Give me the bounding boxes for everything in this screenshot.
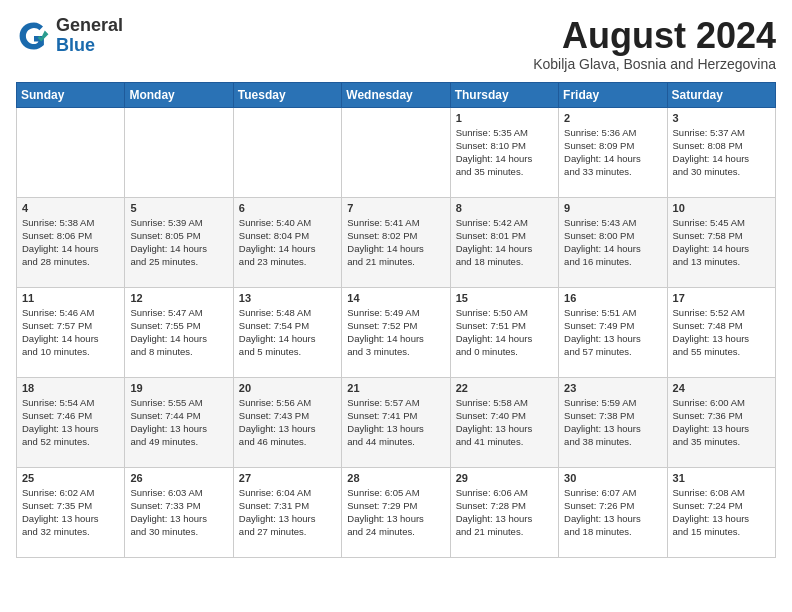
- day-info: Sunrise: 5:46 AM Sunset: 7:57 PM Dayligh…: [22, 306, 119, 359]
- day-info: Sunrise: 5:49 AM Sunset: 7:52 PM Dayligh…: [347, 306, 444, 359]
- calendar-cell: 21Sunrise: 5:57 AM Sunset: 7:41 PM Dayli…: [342, 377, 450, 467]
- day-info: Sunrise: 5:52 AM Sunset: 7:48 PM Dayligh…: [673, 306, 770, 359]
- header-row: SundayMondayTuesdayWednesdayThursdayFrid…: [17, 82, 776, 107]
- title-block: August 2024 Kobilja Glava, Bosnia and He…: [533, 16, 776, 72]
- day-number: 27: [239, 472, 336, 484]
- day-info: Sunrise: 5:48 AM Sunset: 7:54 PM Dayligh…: [239, 306, 336, 359]
- column-header-monday: Monday: [125, 82, 233, 107]
- day-number: 20: [239, 382, 336, 394]
- day-number: 26: [130, 472, 227, 484]
- calendar-cell: 16Sunrise: 5:51 AM Sunset: 7:49 PM Dayli…: [559, 287, 667, 377]
- calendar-cell: 28Sunrise: 6:05 AM Sunset: 7:29 PM Dayli…: [342, 467, 450, 557]
- calendar-cell: 10Sunrise: 5:45 AM Sunset: 7:58 PM Dayli…: [667, 197, 775, 287]
- column-header-friday: Friday: [559, 82, 667, 107]
- day-info: Sunrise: 6:02 AM Sunset: 7:35 PM Dayligh…: [22, 486, 119, 539]
- day-info: Sunrise: 5:58 AM Sunset: 7:40 PM Dayligh…: [456, 396, 553, 449]
- day-info: Sunrise: 6:06 AM Sunset: 7:28 PM Dayligh…: [456, 486, 553, 539]
- calendar-cell: 18Sunrise: 5:54 AM Sunset: 7:46 PM Dayli…: [17, 377, 125, 467]
- calendar-table: SundayMondayTuesdayWednesdayThursdayFrid…: [16, 82, 776, 558]
- calendar-cell: 26Sunrise: 6:03 AM Sunset: 7:33 PM Dayli…: [125, 467, 233, 557]
- day-number: 25: [22, 472, 119, 484]
- day-info: Sunrise: 5:42 AM Sunset: 8:01 PM Dayligh…: [456, 216, 553, 269]
- week-row-3: 11Sunrise: 5:46 AM Sunset: 7:57 PM Dayli…: [17, 287, 776, 377]
- day-info: Sunrise: 5:56 AM Sunset: 7:43 PM Dayligh…: [239, 396, 336, 449]
- day-info: Sunrise: 5:45 AM Sunset: 7:58 PM Dayligh…: [673, 216, 770, 269]
- day-info: Sunrise: 5:39 AM Sunset: 8:05 PM Dayligh…: [130, 216, 227, 269]
- logo-icon: [16, 18, 52, 54]
- day-info: Sunrise: 6:05 AM Sunset: 7:29 PM Dayligh…: [347, 486, 444, 539]
- column-header-thursday: Thursday: [450, 82, 558, 107]
- day-number: 8: [456, 202, 553, 214]
- day-info: Sunrise: 6:08 AM Sunset: 7:24 PM Dayligh…: [673, 486, 770, 539]
- day-number: 17: [673, 292, 770, 304]
- calendar-cell: [125, 107, 233, 197]
- day-number: 1: [456, 112, 553, 124]
- day-info: Sunrise: 5:35 AM Sunset: 8:10 PM Dayligh…: [456, 126, 553, 179]
- calendar-cell: 9Sunrise: 5:43 AM Sunset: 8:00 PM Daylig…: [559, 197, 667, 287]
- calendar-cell: 19Sunrise: 5:55 AM Sunset: 7:44 PM Dayli…: [125, 377, 233, 467]
- day-number: 14: [347, 292, 444, 304]
- day-info: Sunrise: 6:00 AM Sunset: 7:36 PM Dayligh…: [673, 396, 770, 449]
- day-number: 23: [564, 382, 661, 394]
- day-info: Sunrise: 5:37 AM Sunset: 8:08 PM Dayligh…: [673, 126, 770, 179]
- day-info: Sunrise: 5:36 AM Sunset: 8:09 PM Dayligh…: [564, 126, 661, 179]
- day-number: 3: [673, 112, 770, 124]
- day-number: 11: [22, 292, 119, 304]
- day-number: 15: [456, 292, 553, 304]
- day-info: Sunrise: 5:40 AM Sunset: 8:04 PM Dayligh…: [239, 216, 336, 269]
- calendar-cell: 29Sunrise: 6:06 AM Sunset: 7:28 PM Dayli…: [450, 467, 558, 557]
- day-info: Sunrise: 6:03 AM Sunset: 7:33 PM Dayligh…: [130, 486, 227, 539]
- day-number: 6: [239, 202, 336, 214]
- calendar-cell: 11Sunrise: 5:46 AM Sunset: 7:57 PM Dayli…: [17, 287, 125, 377]
- week-row-2: 4Sunrise: 5:38 AM Sunset: 8:06 PM Daylig…: [17, 197, 776, 287]
- calendar-title: August 2024: [533, 16, 776, 56]
- column-header-saturday: Saturday: [667, 82, 775, 107]
- day-number: 19: [130, 382, 227, 394]
- day-number: 5: [130, 202, 227, 214]
- calendar-cell: 20Sunrise: 5:56 AM Sunset: 7:43 PM Dayli…: [233, 377, 341, 467]
- calendar-cell: 3Sunrise: 5:37 AM Sunset: 8:08 PM Daylig…: [667, 107, 775, 197]
- calendar-cell: 22Sunrise: 5:58 AM Sunset: 7:40 PM Dayli…: [450, 377, 558, 467]
- week-row-1: 1Sunrise: 5:35 AM Sunset: 8:10 PM Daylig…: [17, 107, 776, 197]
- calendar-cell: 2Sunrise: 5:36 AM Sunset: 8:09 PM Daylig…: [559, 107, 667, 197]
- calendar-cell: 13Sunrise: 5:48 AM Sunset: 7:54 PM Dayli…: [233, 287, 341, 377]
- calendar-cell: 14Sunrise: 5:49 AM Sunset: 7:52 PM Dayli…: [342, 287, 450, 377]
- calendar-cell: 31Sunrise: 6:08 AM Sunset: 7:24 PM Dayli…: [667, 467, 775, 557]
- page-header: General Blue August 2024 Kobilja Glava, …: [16, 16, 776, 72]
- day-number: 13: [239, 292, 336, 304]
- column-header-sunday: Sunday: [17, 82, 125, 107]
- calendar-cell: 27Sunrise: 6:04 AM Sunset: 7:31 PM Dayli…: [233, 467, 341, 557]
- day-info: Sunrise: 5:55 AM Sunset: 7:44 PM Dayligh…: [130, 396, 227, 449]
- day-number: 28: [347, 472, 444, 484]
- day-info: Sunrise: 5:50 AM Sunset: 7:51 PM Dayligh…: [456, 306, 553, 359]
- week-row-5: 25Sunrise: 6:02 AM Sunset: 7:35 PM Dayli…: [17, 467, 776, 557]
- day-number: 12: [130, 292, 227, 304]
- calendar-cell: 7Sunrise: 5:41 AM Sunset: 8:02 PM Daylig…: [342, 197, 450, 287]
- calendar-cell: [233, 107, 341, 197]
- calendar-cell: 17Sunrise: 5:52 AM Sunset: 7:48 PM Dayli…: [667, 287, 775, 377]
- day-info: Sunrise: 5:47 AM Sunset: 7:55 PM Dayligh…: [130, 306, 227, 359]
- day-number: 2: [564, 112, 661, 124]
- calendar-body: 1Sunrise: 5:35 AM Sunset: 8:10 PM Daylig…: [17, 107, 776, 557]
- calendar-cell: 8Sunrise: 5:42 AM Sunset: 8:01 PM Daylig…: [450, 197, 558, 287]
- calendar-cell: 6Sunrise: 5:40 AM Sunset: 8:04 PM Daylig…: [233, 197, 341, 287]
- day-info: Sunrise: 5:51 AM Sunset: 7:49 PM Dayligh…: [564, 306, 661, 359]
- day-info: Sunrise: 6:07 AM Sunset: 7:26 PM Dayligh…: [564, 486, 661, 539]
- calendar-cell: 12Sunrise: 5:47 AM Sunset: 7:55 PM Dayli…: [125, 287, 233, 377]
- day-number: 18: [22, 382, 119, 394]
- calendar-cell: [17, 107, 125, 197]
- calendar-cell: 4Sunrise: 5:38 AM Sunset: 8:06 PM Daylig…: [17, 197, 125, 287]
- day-info: Sunrise: 6:04 AM Sunset: 7:31 PM Dayligh…: [239, 486, 336, 539]
- day-number: 16: [564, 292, 661, 304]
- calendar-cell: 5Sunrise: 5:39 AM Sunset: 8:05 PM Daylig…: [125, 197, 233, 287]
- calendar-header: SundayMondayTuesdayWednesdayThursdayFrid…: [17, 82, 776, 107]
- day-info: Sunrise: 5:38 AM Sunset: 8:06 PM Dayligh…: [22, 216, 119, 269]
- day-number: 4: [22, 202, 119, 214]
- calendar-cell: 30Sunrise: 6:07 AM Sunset: 7:26 PM Dayli…: [559, 467, 667, 557]
- day-number: 22: [456, 382, 553, 394]
- logo: General Blue: [16, 16, 123, 56]
- calendar-cell: [342, 107, 450, 197]
- day-number: 24: [673, 382, 770, 394]
- logo-text: General Blue: [56, 16, 123, 56]
- calendar-subtitle: Kobilja Glava, Bosnia and Herzegovina: [533, 56, 776, 72]
